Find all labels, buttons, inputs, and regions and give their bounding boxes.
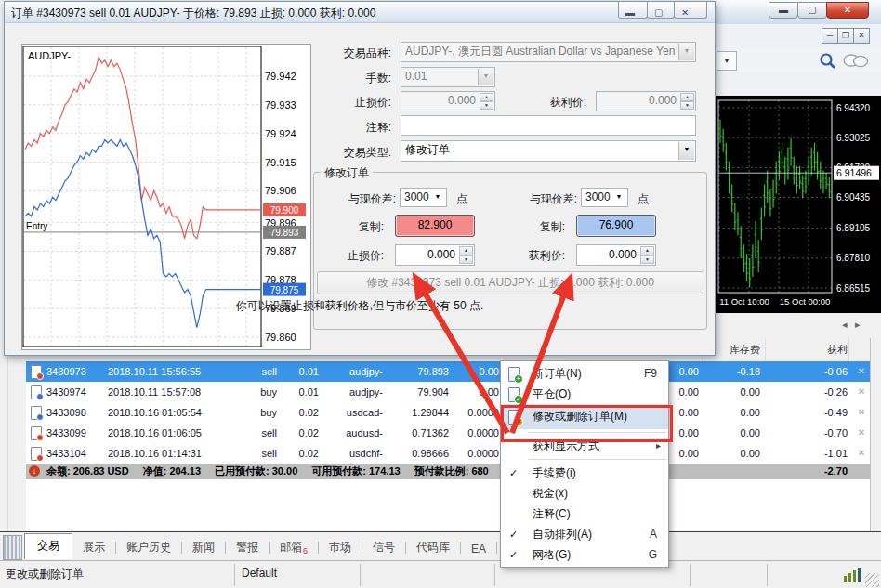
chart-scrollbar[interactable]: ◂ ▸ bbox=[714, 313, 881, 339]
table-row[interactable]: 3433099 2018.10.16 01:06:05 sell 0.02 au… bbox=[26, 423, 870, 444]
spinner-buttons[interactable]: ▲▼ bbox=[680, 93, 694, 110]
tab-mailbox[interactable]: 邮箱6 bbox=[270, 536, 318, 559]
spinner-buttons[interactable]: ▲▼ bbox=[640, 246, 654, 264]
current-price-value: 6.91496 bbox=[836, 167, 872, 178]
order-sl: 0.0000 bbox=[454, 423, 499, 443]
group-takeprofit-input[interactable]: 0.000 ▲▼ bbox=[576, 244, 656, 266]
table-row[interactable]: 3433104 2018.10.16 01:14:31 sell 0.02 us… bbox=[26, 443, 870, 464]
spinner-buttons[interactable]: ▲▼ bbox=[459, 246, 473, 264]
modify-note: 你可以设置止损和获利价格,但与市价至少有 50 点. bbox=[5, 298, 715, 314]
terminal-grip-icon[interactable] bbox=[3, 535, 22, 560]
menu-item-comments[interactable]: 注释(C) bbox=[501, 503, 668, 524]
main-close-button[interactable]: ✕ bbox=[826, 2, 869, 19]
modify-order-button[interactable]: 修改 #3430973 sell 0.01 AUDJPY- 止损: 0.000 … bbox=[317, 271, 703, 294]
tab-account-history[interactable]: 账户历史 bbox=[116, 536, 181, 559]
check-icon: ✓ bbox=[509, 463, 518, 483]
menu-item-close-order[interactable]: ✓ 平仓(O) bbox=[501, 384, 668, 404]
symbol-select[interactable]: AUDJPY-, 澳元日圆 Australian Dollar vs Japan… bbox=[401, 42, 696, 62]
takeprofit-input[interactable]: 0.000 ▲▼ bbox=[596, 91, 696, 111]
resize-grip[interactable] bbox=[865, 573, 879, 587]
close-order-icon[interactable]: ✕ bbox=[851, 361, 872, 382]
comment-input[interactable] bbox=[401, 115, 696, 136]
order-profit: -0.70 bbox=[764, 423, 848, 443]
menu-item-auto-arrange[interactable]: ✓ 自动排列(A) A bbox=[501, 524, 668, 544]
status-profile[interactable]: Default bbox=[242, 567, 277, 580]
connection-status-icon bbox=[844, 568, 862, 582]
status-hint: 更改或删除订单 bbox=[6, 567, 84, 582]
dialog-titlebar[interactable]: 订单 #3430973 sell 0.01 AUDJPY- 于价格: 79.89… bbox=[5, 2, 715, 23]
table-row[interactable]: 3430974 2018.10.11 15:57:08 buy 0.01 aud… bbox=[26, 382, 870, 403]
search-icon[interactable] bbox=[819, 52, 837, 71]
main-minimize-button[interactable]: ▬ bbox=[769, 2, 798, 19]
order-swap: -0.18 bbox=[703, 361, 760, 382]
dialog-minimize-button[interactable]: ▬ bbox=[618, 2, 648, 19]
tab-signals[interactable]: 信号 bbox=[362, 536, 405, 559]
mdi-close-button[interactable]: ✕ bbox=[853, 28, 870, 44]
group-stoploss-input[interactable]: 0.000 ▲▼ bbox=[395, 244, 475, 266]
menu-item-modify-delete-order[interactable]: ✱ 修改或删除订单(M) bbox=[501, 404, 668, 429]
menu-item-grid[interactable]: ✓ 网格(G) G bbox=[501, 544, 668, 565]
order-lots: 0.02 bbox=[279, 402, 319, 423]
lots-label: 手数: bbox=[308, 71, 391, 86]
tab-exposure[interactable]: 展示 bbox=[72, 536, 115, 559]
y-tick-label: 6.87810 bbox=[836, 253, 871, 263]
copy-tp-price-button[interactable]: 76.900 bbox=[576, 215, 656, 237]
order-swap: 0.00 bbox=[703, 402, 760, 423]
tab-experts[interactable]: EA bbox=[461, 539, 496, 559]
points-label-left: 点 bbox=[456, 191, 475, 207]
mdi-restore-button[interactable]: ❐ bbox=[837, 28, 854, 44]
close-icon: ✕ bbox=[681, 6, 689, 20]
diff-select-left[interactable]: 3000 ▼ bbox=[400, 188, 447, 207]
menu-item-new-order[interactable]: + 新订单(N) F9 bbox=[501, 363, 668, 384]
y-tick-label: 79.906 bbox=[265, 185, 296, 196]
chat-icon[interactable] bbox=[843, 54, 869, 70]
table-row[interactable]: 3433098 2018.10.16 01:05:54 buy 0.02 usd… bbox=[26, 402, 870, 424]
chevron-down-icon: ▼ bbox=[478, 69, 493, 85]
tab-alerts[interactable]: 警报 bbox=[226, 536, 269, 559]
menu-separator bbox=[529, 459, 666, 460]
scroll-right-icon[interactable]: ▸ bbox=[855, 319, 861, 331]
order-price: 79.893 bbox=[387, 361, 449, 382]
mdi-controls-row: ─ ❐ ✕ bbox=[714, 24, 881, 49]
spin-up-icon: ▲ bbox=[480, 93, 493, 101]
order-profit: -0.06 bbox=[764, 361, 848, 382]
table-row[interactable]: 3430973 2018.10.11 15:56:55 sell 0.01 au… bbox=[26, 361, 870, 383]
close-order-icon[interactable]: ✕ bbox=[851, 382, 872, 402]
diff-select-right[interactable]: 3000 ▼ bbox=[581, 188, 628, 207]
copy-sl-price-button[interactable]: 82.900 bbox=[395, 215, 475, 237]
order-type: buy bbox=[224, 402, 277, 423]
close-order-icon[interactable]: ✕ bbox=[851, 423, 872, 443]
spin-down-icon: ▼ bbox=[459, 255, 473, 265]
order-sl: 0.00 bbox=[454, 382, 499, 402]
menu-item-commissions[interactable]: ✓ 手续费(i) bbox=[501, 463, 668, 483]
close-icon: ✕ bbox=[844, 5, 851, 15]
lots-select[interactable]: 0.01 ▼ bbox=[401, 67, 495, 87]
order-symbol: audusd- bbox=[322, 423, 383, 443]
stoploss-input[interactable]: 0.000 ▲▼ bbox=[401, 91, 495, 111]
toolbar-dropdown-button[interactable]: ▼ bbox=[717, 51, 737, 71]
close-icon: ✕ bbox=[858, 31, 865, 40]
dialog-maximize-button[interactable]: ▢ bbox=[647, 2, 675, 19]
tab-code-base[interactable]: 代码库 bbox=[406, 536, 460, 559]
tab-news[interactable]: 新闻 bbox=[182, 536, 225, 559]
trade-type-select[interactable]: 修改订单 ▼ bbox=[401, 140, 696, 162]
menu-item-taxes[interactable]: 税金(x) bbox=[501, 483, 668, 503]
new-order-icon: + bbox=[508, 367, 520, 382]
minimize-icon: ▬ bbox=[625, 6, 635, 20]
close-order-icon[interactable]: ✕ bbox=[851, 402, 872, 423]
spinner-buttons[interactable]: ▲▼ bbox=[480, 93, 493, 110]
scroll-left-icon[interactable]: ◂ bbox=[842, 319, 848, 331]
tab-market[interactable]: 市场 bbox=[319, 536, 362, 559]
copy-label-left: 复制: bbox=[304, 219, 384, 235]
dialog-close-button[interactable]: ✕ bbox=[674, 2, 707, 19]
menu-item-profit-display-mode[interactable]: 获利显示方式 ▸ bbox=[501, 436, 668, 456]
equity-value: 净值: 204.13 bbox=[143, 464, 201, 478]
price-tag-value: 79.875 bbox=[270, 285, 299, 295]
close-order-icon[interactable]: ✕ bbox=[851, 443, 872, 464]
column-header-profit[interactable]: 获利 bbox=[764, 338, 848, 361]
order-time: 2018.10.16 01:14:31 bbox=[108, 443, 223, 464]
tab-trade[interactable]: 交易 bbox=[24, 533, 72, 559]
main-maximize-button[interactable]: ▢ bbox=[797, 2, 827, 19]
main-price-chart[interactable]: 6.943206.930256.917306.904356.891056.878… bbox=[714, 96, 881, 313]
mdi-minimize-button[interactable]: ─ bbox=[822, 28, 838, 44]
